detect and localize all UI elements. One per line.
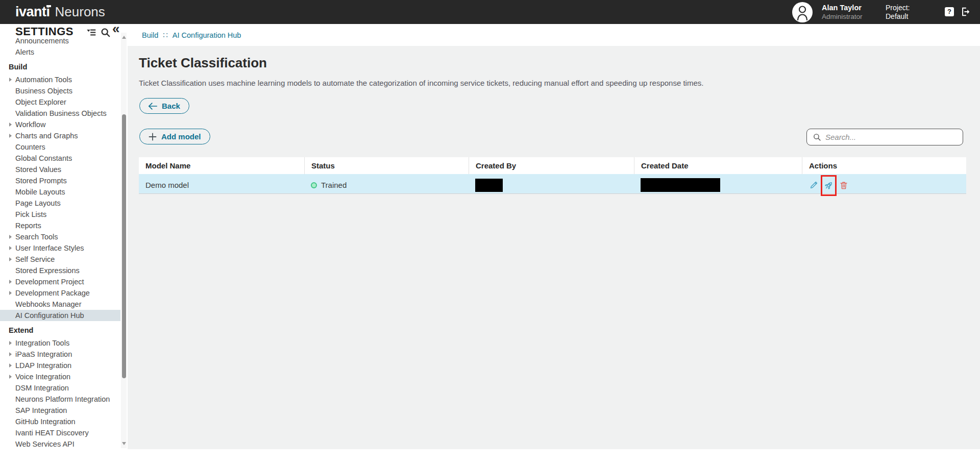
sidebar-item-label: DSM Integration: [15, 384, 69, 392]
sidebar-item-label: Automation Tools: [15, 76, 72, 84]
expand-caret-icon[interactable]: [9, 280, 12, 284]
sidebar-item-web-services-api[interactable]: Web Services API: [0, 438, 120, 450]
scrollbar-thumb[interactable]: [122, 114, 126, 378]
sidebar-item-stored-values[interactable]: Stored Values: [0, 164, 120, 175]
sidebar-item-announcements[interactable]: Announcements: [0, 35, 120, 46]
sidebar-item-reports[interactable]: Reports: [0, 220, 120, 231]
sidebar-item-user-interface-styles[interactable]: User Interface Styles: [0, 242, 120, 254]
sidebar-item-label: Workflow: [15, 120, 45, 129]
expand-caret-icon[interactable]: [9, 246, 12, 250]
sidebar-item-mobile-layouts[interactable]: Mobile Layouts: [0, 186, 120, 198]
sidebar-item-ldap-integration[interactable]: LDAP Integration: [0, 360, 120, 371]
sidebar-item-github-integration[interactable]: GitHub Integration: [0, 416, 120, 427]
back-button-label: Back: [162, 102, 180, 110]
expand-caret-icon[interactable]: [9, 123, 12, 127]
sidebar-item-alerts[interactable]: Alerts: [0, 46, 120, 58]
sidebar-item-automation-tools[interactable]: Automation Tools: [0, 74, 120, 85]
sidebar-section-extend: Extend: [0, 325, 120, 336]
sidebar-item-neurons-platform-integration[interactable]: Neurons Platform Integration: [0, 394, 120, 405]
sidebar-item-counters[interactable]: Counters: [0, 141, 120, 153]
sidebar-item-ai-configuration-hub[interactable]: AI Configuration Hub: [0, 310, 120, 321]
search-input[interactable]: [825, 133, 953, 141]
expand-caret-icon[interactable]: [9, 363, 12, 368]
sidebar-item-workflow[interactable]: Workflow: [0, 119, 120, 130]
sidebar-item-label: Alerts: [15, 48, 34, 56]
expand-caret-icon[interactable]: [9, 341, 12, 345]
models-table: Model NameStatusCreated ByCreated DateAc…: [139, 157, 966, 194]
app-logo: ivanti Neurons: [15, 4, 105, 20]
sidebar-item-charts-and-graphs[interactable]: Charts and Graphs: [0, 130, 120, 141]
settings-sidebar: SETTINGS « AnnouncementsAlertsBuildAutom…: [0, 24, 128, 450]
help-icon[interactable]: ?: [945, 7, 954, 16]
sidebar-list: AnnouncementsAlertsBuildAutomation Tools…: [0, 35, 120, 450]
back-button[interactable]: Back: [139, 98, 189, 114]
sidebar-item-label: Extend: [9, 326, 33, 334]
sidebar-item-voice-integration[interactable]: Voice Integration: [0, 371, 120, 382]
sidebar-item-label: User Interface Styles: [15, 244, 84, 252]
sidebar-item-label: Development Project: [15, 278, 84, 286]
sidebar-item-business-objects[interactable]: Business Objects: [0, 85, 120, 96]
sidebar-item-label: Webhooks Manager: [15, 300, 82, 308]
sidebar-item-self-service[interactable]: Self Service: [0, 254, 120, 265]
user-role: Administrator: [822, 12, 863, 21]
sidebar-item-label: Mobile Layouts: [15, 188, 65, 196]
project-label: Project:: [886, 4, 910, 12]
sidebar-item-ivanti-heat-discovery[interactable]: Ivanti HEAT Discovery: [0, 427, 120, 438]
created-by-cell: [469, 174, 634, 196]
sidebar-item-dsm-integration[interactable]: DSM Integration: [0, 382, 120, 394]
column-header-actions: Actions: [802, 157, 966, 174]
main-content: Ticket Classification Ticket Classificat…: [128, 46, 980, 449]
sidebar-item-sap-integration[interactable]: SAP Integration: [0, 405, 120, 416]
sidebar-item-object-explorer[interactable]: Object Explorer: [0, 96, 120, 108]
sidebar-item-validation-business-objects[interactable]: Validation Business Objects: [0, 108, 120, 119]
sidebar-item-label: Self Service: [15, 255, 55, 263]
sidebar-item-development-package[interactable]: Development Package: [0, 287, 120, 299]
plus-icon: [149, 133, 157, 141]
table-header-row: Model NameStatusCreated ByCreated DateAc…: [139, 157, 966, 174]
sidebar-scrollbar[interactable]: [121, 33, 127, 448]
breadcrumb-ai-configuration-hub[interactable]: AI Configuration Hub: [173, 31, 241, 39]
sidebar-item-label: Validation Business Objects: [15, 109, 107, 117]
delete-trash-icon[interactable]: [838, 180, 849, 190]
search-box: [806, 129, 963, 145]
sidebar-item-pick-lists[interactable]: Pick Lists: [0, 209, 120, 220]
sidebar-item-integration-tools[interactable]: Integration Tools: [0, 337, 120, 349]
expand-caret-icon[interactable]: [9, 235, 12, 239]
actions-cell: [802, 174, 966, 196]
scroll-up-icon[interactable]: [122, 36, 126, 39]
project-selector[interactable]: Project: Default: [886, 4, 910, 21]
sidebar-item-label: Search Tools: [15, 233, 58, 241]
sidebar-item-page-layouts[interactable]: Page Layouts: [0, 198, 120, 209]
user-avatar[interactable]: [792, 2, 813, 22]
sidebar-item-label: Business Objects: [15, 87, 72, 95]
expand-caret-icon[interactable]: [9, 134, 12, 138]
sidebar-item-label: Reports: [15, 222, 41, 230]
expand-caret-icon[interactable]: [9, 291, 12, 295]
expand-caret-icon[interactable]: [9, 375, 12, 379]
sidebar-item-development-project[interactable]: Development Project: [0, 276, 120, 287]
sidebar-item-stored-prompts[interactable]: Stored Prompts: [0, 175, 120, 186]
sidebar-item-label: Object Explorer: [15, 98, 66, 106]
sidebar-item-label: Voice Integration: [15, 373, 70, 381]
table-row[interactable]: Demo modelTrained: [139, 174, 966, 194]
collapse-sidebar-icon[interactable]: «: [112, 21, 119, 37]
expand-caret-icon[interactable]: [9, 352, 12, 356]
breadcrumb-build[interactable]: Build: [142, 31, 158, 39]
sidebar-item-global-constants[interactable]: Global Constants: [0, 153, 120, 164]
sidebar-section-build: Build: [0, 61, 120, 72]
top-bar: ivanti Neurons Alan Taylor Administrator…: [0, 0, 980, 24]
column-header-model-name: Model Name: [139, 157, 304, 174]
sidebar-item-webhooks-manager[interactable]: Webhooks Manager: [0, 299, 120, 310]
logout-icon[interactable]: [960, 6, 971, 17]
deploy-rocket-icon[interactable]: [823, 180, 834, 191]
sidebar-item-stored-expressions[interactable]: Stored Expressions: [0, 265, 120, 276]
expand-caret-icon[interactable]: [9, 257, 12, 261]
scroll-down-icon[interactable]: [122, 442, 126, 445]
expand-caret-icon[interactable]: [9, 78, 12, 82]
add-model-button[interactable]: Add model: [139, 129, 210, 144]
sidebar-item-search-tools[interactable]: Search Tools: [0, 231, 120, 242]
sidebar-item-ipaas-integration[interactable]: iPaaS Integration: [0, 349, 120, 360]
edit-pencil-icon[interactable]: [808, 180, 819, 190]
sidebar-item-label: Neurons Platform Integration: [15, 395, 110, 403]
user-name: Alan Taylor: [822, 4, 863, 12]
